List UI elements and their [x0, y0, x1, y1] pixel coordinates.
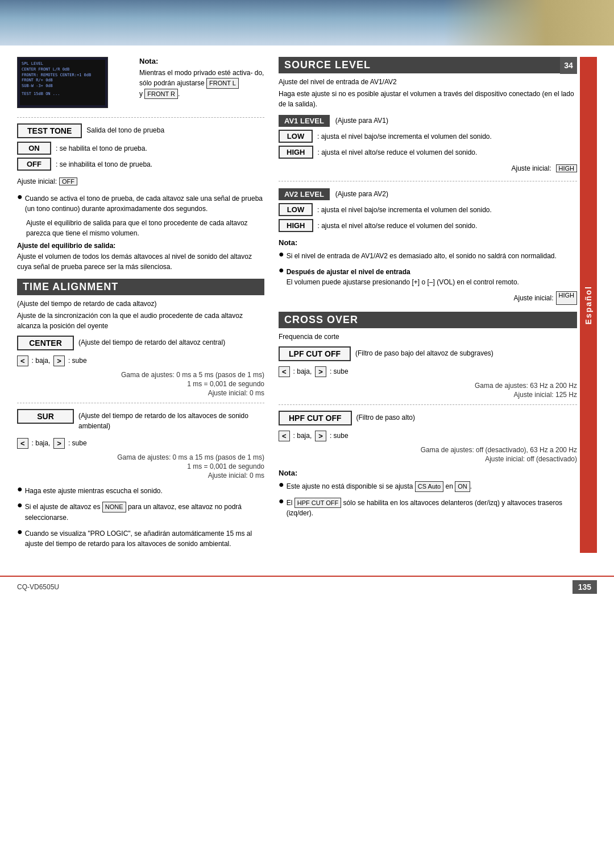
ta-bullet-dot-1: ●	[17, 485, 23, 498]
ta-bullet3: ● Cuando se visualiza "PRO LOGIC", se añ…	[17, 527, 264, 551]
lpf-nav-left-label: : baja,	[293, 366, 312, 377]
on-badge-crossover: ON	[455, 481, 470, 492]
av2-low-row: LOW : ajusta el nivel bajo/se incrementa…	[279, 203, 577, 217]
divider-4	[279, 404, 577, 405]
lpf-nav-row: < : baja, > : sube	[279, 365, 577, 378]
off-desc: : se inhabilita el tono de prueba.	[56, 159, 152, 170]
device-screen-text: SPL LEVEL CENTER FRONT L/R 0dB FRONTR: R…	[20, 60, 105, 99]
left-column: SPL LEVEL CENTER FRONT L/R 0dB FRONTR: R…	[17, 57, 279, 553]
lpf-nav-left[interactable]: <	[279, 366, 290, 377]
lpf-initial: Ajuste inicial: 125 Hz	[279, 391, 577, 399]
on-badge: ON	[17, 142, 51, 155]
on-row: ON : se habilita el tono de prueba.	[17, 142, 264, 155]
banner-overlay	[443, 0, 614, 46]
sur-initial: Ajuste inicial: 0 ms	[17, 472, 264, 480]
top-section: SPL LEVEL CENTER FRONT L/R 0dB FRONTR: R…	[17, 57, 264, 111]
av1-high-desc: : ajusta el nivel alto/se reduce el volu…	[318, 147, 478, 158]
hpf-nav-left-label: : baja,	[293, 431, 312, 441]
crossover-nota-dot-1: ●	[279, 480, 284, 494]
av1-high-row: HIGH : ajusta el nivel alto/se reduce el…	[279, 146, 577, 159]
test-tone-bullet1-extra: Ajuste el equilibrio de salida para que …	[26, 218, 264, 238]
espanol-label: Español	[584, 286, 593, 324]
av2-high-row: HIGH : ajusta el nivel alto/se reduce el…	[279, 219, 577, 233]
device-screen: SPL LEVEL CENTER FRONT L/R 0dB FRONTR: R…	[20, 60, 105, 105]
center-nav-right[interactable]: >	[53, 356, 65, 366]
av2-level-row: AV2 LEVEL (Ajuste para AV2)	[279, 187, 577, 201]
right-wrapper: 34 SOURCE LEVEL Ajuste del nivel de entr…	[279, 57, 597, 553]
av2-level-label: AV2 LEVEL	[279, 188, 330, 200]
test-tone-desc: Salida del tono de prueba	[86, 125, 164, 135]
source-level-desc2: Haga este ajuste si no es posible ajusta…	[279, 89, 577, 109]
sur-nav-right-label: : sube	[68, 438, 87, 448]
time-alignment-header: TIME ALIGNMENT	[17, 279, 264, 295]
cross-over-desc: Frequencia de corte	[279, 332, 577, 342]
center-row: CENTER (Ajuste del tiempo de retardo del…	[17, 336, 264, 350]
center-nav-row: < : baja, > : sube	[17, 354, 264, 367]
center-nav-left-label: : baja,	[32, 356, 51, 366]
sur-nav-left[interactable]: <	[17, 438, 28, 449]
source-nota-dot-1: ●	[279, 250, 284, 263]
crossover-nota-title: Nota:	[279, 469, 577, 477]
source-level-desc1: Ajuste del nivel de entrada de AV1/AV2	[279, 77, 577, 87]
av2-low-badge: LOW	[279, 203, 313, 216]
av2-high-desc: : ajusta el nivel alto/se reduce el volu…	[318, 221, 478, 231]
av1-level-row: AV1 LEVEL (Ajuste para AV1)	[279, 114, 577, 127]
espanol-bar: Español	[580, 57, 597, 553]
center-range: Gama de ajustes: 0 ms a 5 ms (pasos de 1…	[17, 371, 264, 379]
sur-nav-right[interactable]: >	[53, 438, 65, 449]
av2-high-badge: HIGH	[279, 219, 313, 232]
hpf-nav-left[interactable]: <	[279, 431, 290, 441]
sur-desc: (Ajuste del tiempo de retardo de los alt…	[78, 411, 264, 431]
divider-1	[17, 117, 264, 118]
test-tone-bullet1: ● Cuando se activa el tono de prueba, de…	[17, 192, 264, 216]
crossover-nota-dot-2: ●	[279, 497, 284, 520]
source-nota-bullet1: ● Si el nivel de entrada de AV1/AV2 es d…	[279, 249, 577, 263]
ta-bullet2: ● Si el ajuste de altavoz es NONE para u…	[17, 500, 264, 524]
center-nav-right-label: : sube	[68, 356, 87, 366]
av1-low-row: LOW : ajusta el nivel bajo/se incrementa…	[279, 130, 577, 143]
top-banner	[0, 0, 614, 46]
hpf-initial: Ajuste inicial: off (desactivado)	[279, 455, 577, 463]
center-nav-left[interactable]: <	[17, 356, 28, 366]
crossover-nota-bullet2: ● El HPF CUT OFF sólo se habilita en los…	[279, 496, 577, 520]
device-image: SPL LEVEL CENTER FRONT L/R 0dB FRONTR: R…	[17, 57, 108, 108]
source-nota-initial: Ajuste inicial: HIGH	[279, 291, 577, 305]
divider-2	[17, 403, 264, 403]
av1-initial-row: Ajuste inicial: HIGH	[279, 162, 577, 175]
test-tone-header-row: TEST TONE Salida del tono de prueba	[17, 123, 264, 138]
av2-low-desc: : ajusta el nivel bajo/se incrementa el …	[317, 205, 492, 215]
none-badge: NONE	[102, 502, 126, 512]
balance-title: Ajuste del equilibrio de salida:	[17, 242, 264, 250]
source-nota-initial-badge: HIGH	[556, 291, 578, 305]
hpf-range: Gama de ajustes: off (desactivado), 63 H…	[279, 446, 577, 454]
bullet-dot-1: ●	[17, 192, 23, 216]
test-tone-section: TEST TONE Salida del tono de prueba ON :…	[17, 123, 264, 272]
test-tone-label: TEST TONE	[17, 123, 82, 138]
lpf-row: LPF CUT OFF (Filtro de paso bajo del alt…	[279, 346, 577, 361]
av1-low-badge: LOW	[279, 130, 313, 143]
off-initial-badge: OFF	[59, 177, 77, 185]
center-ms-info: 1 ms = 0,001 de segundo	[17, 380, 264, 388]
ta-bullet-dot-2: ●	[17, 501, 23, 524]
hpf-desc: (Filtro de paso alto)	[356, 412, 415, 423]
page-number-box: 34	[560, 57, 577, 74]
lpf-range: Gama de ajustes: 63 Hz a 200 Hz	[279, 382, 577, 390]
center-initial: Ajuste inicial: 0 ms	[17, 389, 264, 397]
on-desc: : se habilita el tono de prueba.	[56, 143, 147, 154]
av2-para-label: (Ajuste para AV2)	[335, 189, 388, 199]
crossover-nota: Nota: ● Este ajuste no está disponible s…	[279, 469, 577, 520]
divider-3	[279, 181, 577, 181]
cross-over-header: CROSS OVER	[279, 312, 577, 328]
sur-range: Gama de ajustes: 0 ms a 15 ms (pasos de …	[17, 453, 264, 461]
center-desc: (Ajuste del tiempo de retardo del altavo…	[78, 337, 225, 348]
nota-left: Nota: Mientras el modo privado esté acti…	[139, 57, 264, 101]
model-label: CQ-VD6505U	[17, 583, 59, 591]
lpf-nav-right-label: : sube	[330, 366, 349, 377]
nota-left-text: Mientras el modo privado esté activa- do…	[139, 68, 264, 99]
lpf-nav-right[interactable]: >	[315, 366, 326, 377]
nota-left-title: Nota:	[139, 57, 264, 65]
hpf-nav-right[interactable]: >	[315, 431, 326, 441]
source-nota-dot-2: ●	[279, 266, 284, 289]
hpf-cut-off-badge: HPF CUT OFF	[294, 498, 342, 509]
off-row: OFF : se inhabilita el tono de prueba.	[17, 158, 264, 171]
